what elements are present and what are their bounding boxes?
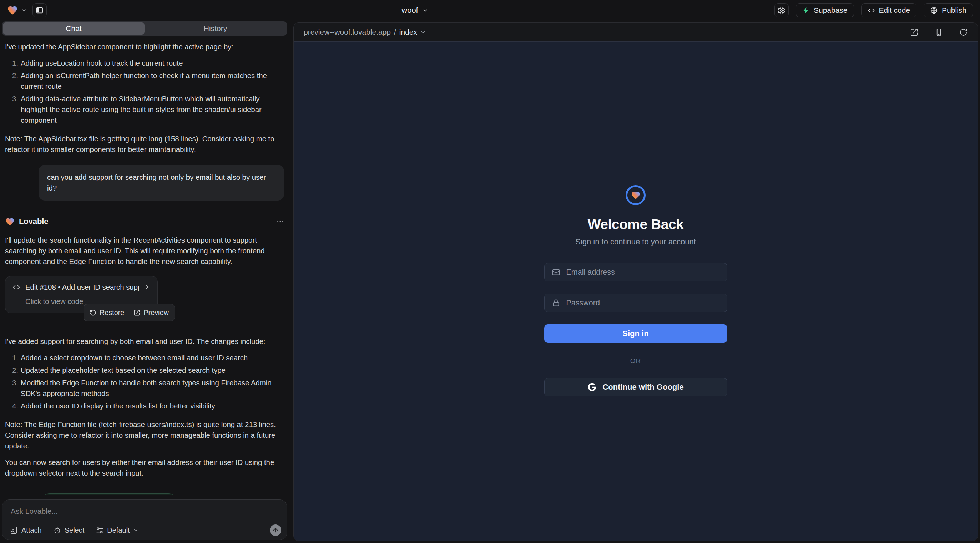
toggle-sidebar-button[interactable] [32,3,47,17]
target-select-icon [53,526,61,534]
list-item: Adding useLocation hook to track the cur… [12,58,284,68]
attach-label: Attach [21,526,42,534]
path-separator: / [394,28,396,37]
publish-button[interactable]: Publish [924,3,973,17]
restore-button[interactable]: Restore [89,307,124,318]
edit-card-group: Edit #108 • Add user ID search supp... C… [5,276,284,313]
restored-version-badge[interactable]: #107 Highlight Active Page in Sidebar [41,494,177,495]
login-subtitle: Sign in to continue to your account [575,237,696,246]
chat-message-list[interactable]: I've updated the AppSidebar component to… [0,36,289,495]
attach-image-icon [10,526,18,534]
assistant-note: Note: The AppSidebar.tsx file is getting… [5,133,284,155]
divider-line [648,361,727,361]
google-sign-in-button[interactable]: Continue with Google [544,378,727,396]
assistant-paragraph: You can now search for users by either t… [5,457,284,478]
sign-in-button[interactable]: Sign in [544,324,727,343]
preview-toolbar-icons [910,28,967,37]
app-logo-badge [625,185,646,205]
supabase-bolt-icon [802,7,810,14]
assistant-paragraph: I'll update the search functionality in … [5,235,284,267]
chevron-right-icon [144,284,150,291]
lovable-logo-menu[interactable] [7,5,27,16]
chevron-down-icon [21,8,27,13]
chat-panel: Chat History I've updated the AppSidebar… [0,21,289,543]
publish-label: Publish [942,6,966,14]
login-title: Welcome Back [588,217,684,232]
attach-button[interactable]: Attach [10,526,42,534]
assistant-note: Note: The Edge Function file (fetch-fire… [5,419,284,451]
preview-page: index [399,28,417,37]
list-item: Added a select dropdown to choose betwee… [12,352,284,363]
tab-history[interactable]: History [145,22,286,35]
lovable-heart-icon [7,5,18,16]
google-g-icon [587,383,597,392]
settings-button[interactable] [775,3,789,17]
preview-viewport: Welcome Back Sign in to continue to your… [294,42,977,540]
assistant-numbered-list: Adding useLocation hook to track the cur… [5,58,284,125]
restored-status-row: Restored #107 Highlight Active Page in S… [5,494,284,495]
refresh-icon[interactable] [959,28,967,37]
assistant-name: Lovable [19,216,48,227]
panel-left-icon [36,6,43,14]
send-button[interactable] [270,524,281,536]
project-menu[interactable]: woof [401,6,428,15]
code-icon [868,7,875,14]
project-title: woof [401,6,418,15]
password-field-wrapper [544,294,727,312]
chat-input[interactable] [11,506,261,521]
divider-line [544,361,624,361]
mode-label: Default [107,526,130,534]
assistant-header: Lovable [5,216,284,227]
preview-version-button[interactable]: Preview [134,307,169,318]
supabase-label: Supabase [814,6,848,14]
preview-header: preview--woof.lovable.app / index [294,23,977,42]
list-item: Updated the placeholder text based on th… [12,365,284,376]
edit-card-title: Edit #108 • Add user ID search supp... [25,282,139,292]
composer-actions: Attach Select Default [10,524,281,536]
ellipsis-menu-icon[interactable] [276,218,284,225]
preview-label: Preview [143,307,169,318]
preview-url-selector[interactable]: preview--woof.lovable.app / index [304,28,426,37]
google-label: Continue with Google [602,383,683,392]
lock-icon [552,298,560,307]
tab-chat[interactable]: Chat [3,22,145,35]
gear-icon [777,6,786,14]
external-link-icon [134,309,140,316]
supabase-button[interactable]: Supabase [796,3,854,17]
open-in-new-tab-icon[interactable] [910,28,918,37]
globe-icon [930,6,938,14]
heart-logo-icon [631,191,641,200]
lovable-app-window: woof Supabase Edit code [0,0,980,543]
topbar-actions: Supabase Edit code Publish [775,3,973,17]
email-field[interactable] [566,268,720,277]
chat-history-tabs: Chat History [2,21,287,36]
edit-code-button[interactable]: Edit code [861,3,917,17]
email-field-wrapper [544,263,727,281]
chat-mode-selector[interactable]: Default [95,526,138,534]
preview-pane: preview--woof.lovable.app / index [293,22,978,541]
arrow-up-icon [272,527,279,533]
assistant-paragraph: I've updated the AppSidebar component to… [5,41,284,52]
select-element-button[interactable]: Select [53,526,84,534]
or-divider: OR [544,357,727,365]
lovable-heart-icon [5,217,14,227]
main-split: Chat History I've updated the AppSidebar… [0,21,980,543]
or-label: OR [630,357,641,365]
edit-code-label: Edit code [879,6,910,14]
preview-domain: preview--woof.lovable.app [304,28,391,37]
assistant-numbered-list: Added a select dropdown to choose betwee… [5,352,284,411]
topbar: woof Supabase Edit code [0,0,980,21]
user-message-bubble: can you add support for searching not on… [38,165,284,200]
mobile-view-icon[interactable] [935,28,943,37]
restore-icon [89,309,96,316]
assistant-paragraph: I've added support for searching by both… [5,336,284,347]
list-item: Adding an isCurrentPath helper function … [12,70,284,92]
password-field[interactable] [566,298,720,308]
list-item: Added the user ID display in the results… [12,401,284,411]
edit-card-header: Edit #108 • Add user ID search supp... [13,282,150,292]
restore-label: Restore [100,307,124,318]
composer: Attach Select Default [2,500,287,540]
chevron-down-icon [420,30,426,35]
list-item: Adding data-active attribute to SidebarM… [12,94,284,125]
mail-icon [552,268,560,276]
